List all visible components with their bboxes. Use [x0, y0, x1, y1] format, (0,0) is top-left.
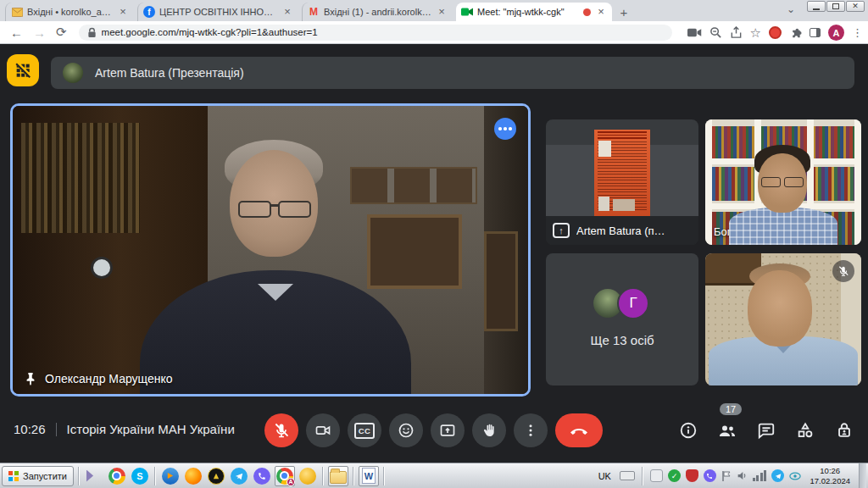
- viber-tray-icon[interactable]: [704, 469, 716, 482]
- chrome-canary-icon[interactable]: [298, 466, 318, 486]
- word-document-icon[interactable]: W: [359, 466, 379, 486]
- captions-button[interactable]: CC: [348, 413, 381, 447]
- more-vert-icon: [523, 423, 538, 438]
- browser-menu-icon[interactable]: ⋮: [852, 26, 863, 39]
- telegram-tray-icon[interactable]: [771, 469, 784, 482]
- more-options-button[interactable]: [514, 413, 548, 447]
- facebook-icon: f: [143, 6, 155, 18]
- raise-hand-button[interactable]: [472, 413, 506, 447]
- host-controls-button[interactable]: [834, 420, 854, 441]
- chat-button[interactable]: [756, 420, 776, 441]
- activities-icon: [796, 421, 815, 440]
- profile-avatar[interactable]: A: [828, 25, 844, 41]
- start-button[interactable]: Запустити: [2, 466, 74, 486]
- participant-tile-andrii[interactable]: Андрій Королько: [705, 253, 861, 385]
- volume-tray-icon[interactable]: [737, 470, 748, 481]
- participant-tile-bohdan[interactable]: Богдан Паска: [705, 119, 861, 245]
- forward-icon[interactable]: →: [33, 25, 46, 40]
- camera-permission-icon[interactable]: [687, 27, 702, 38]
- present-button[interactable]: [431, 413, 465, 447]
- reactions-button[interactable]: [389, 413, 423, 447]
- chat-icon: [757, 421, 776, 440]
- taskbar-separator: [353, 467, 354, 485]
- tab-google-meet[interactable]: Meet: "mjq-wtkk-cgk" ×: [456, 3, 612, 21]
- tab-ukrnet-mail[interactable]: Вхідні • korolko_andr@ukr.net ×: [5, 3, 134, 21]
- meeting-details-button[interactable]: [678, 420, 698, 441]
- tab-search-chevron-icon[interactable]: ⌄: [787, 3, 795, 15]
- zoom-page-icon[interactable]: [709, 26, 722, 39]
- telegram-icon[interactable]: [229, 466, 249, 486]
- participant-name: Олександр Марущенко: [45, 372, 173, 385]
- url-field[interactable]: meet.google.com/mjq-wtkk-cgk?pli=1&authu…: [79, 25, 672, 41]
- keyboard-layout-icon[interactable]: [620, 471, 635, 480]
- tile-options-icon[interactable]: [494, 118, 516, 140]
- minimize-button[interactable]: [807, 1, 826, 12]
- bookmark-star-icon[interactable]: ☆: [750, 25, 761, 41]
- tab-close-icon[interactable]: ×: [436, 6, 448, 18]
- aimp-icon[interactable]: [206, 466, 226, 486]
- host-controls-lock-icon: [835, 421, 854, 440]
- reload-icon[interactable]: ⟳: [56, 25, 67, 40]
- media-player-icon[interactable]: [160, 466, 181, 486]
- tab-facebook[interactable]: f ЦЕНТР ОСВІТНІХ ІННОВАЦІЙ | F ×: [137, 3, 298, 21]
- taskbar-separator: [154, 467, 156, 485]
- info-icon: [679, 421, 698, 440]
- presentation-paused-button[interactable]: [7, 54, 39, 86]
- url-text: meet.google.com/mjq-wtkk-cgk?pli=1&authu…: [102, 27, 318, 37]
- share-icon[interactable]: [730, 26, 743, 39]
- captions-icon: CC: [354, 423, 376, 439]
- meeting-info: 10:26 Історія України МАН України: [14, 422, 235, 436]
- tab-close-icon[interactable]: ×: [117, 6, 129, 18]
- taskbar-clock[interactable]: 10:26 17.02.2024: [806, 466, 854, 486]
- meet-app: Artem Batura (Презентація): [0, 44, 868, 463]
- back-icon[interactable]: ←: [10, 25, 23, 40]
- call-controls: CC: [264, 413, 603, 447]
- desktop-screen: Вхідні • korolko_andr@ukr.net × f ЦЕНТР …: [0, 0, 868, 488]
- maximize-button[interactable]: [826, 1, 845, 12]
- clipboard-tray-icon[interactable]: [650, 469, 663, 482]
- meeting-name: Історія України МАН України: [67, 422, 235, 436]
- participants-button[interactable]: [717, 420, 737, 441]
- activities-button[interactable]: [795, 420, 815, 441]
- file-explorer-icon[interactable]: [328, 466, 348, 486]
- tab-strip: Вхідні • korolko_andr@ukr.net × f ЦЕНТР …: [0, 0, 868, 21]
- flag-tray-icon[interactable]: [721, 470, 732, 482]
- network-tray-icon[interactable]: [753, 470, 767, 481]
- side-panel-icon[interactable]: [810, 28, 821, 37]
- windows-taskbar: Запустити S A: [0, 463, 868, 488]
- antivirus-tray-icon[interactable]: ✓: [668, 469, 681, 482]
- adguard-tray-icon[interactable]: [686, 469, 698, 482]
- more-participants-tile[interactable]: Г Ще 13 осіб: [546, 253, 698, 385]
- eye-tray-icon[interactable]: [789, 472, 801, 480]
- presentation-banner[interactable]: Artem Batura (Презентація): [51, 57, 854, 89]
- new-tab-button[interactable]: +: [615, 4, 632, 21]
- viber-icon[interactable]: [252, 466, 272, 486]
- leave-call-button[interactable]: [555, 413, 603, 447]
- meeting-time: 10:26: [14, 422, 46, 436]
- camera-toggle-button[interactable]: [306, 413, 340, 447]
- kmplayer-icon[interactable]: [84, 466, 104, 486]
- mic-toggle-button[interactable]: [264, 413, 298, 447]
- firefox-icon[interactable]: [183, 466, 203, 486]
- presentation-tile[interactable]: ↑ Artem Batura (п…: [546, 119, 698, 245]
- language-indicator[interactable]: UK: [595, 469, 615, 483]
- chrome-icon[interactable]: [107, 466, 127, 486]
- tab-gmail[interactable]: M Вхідні (1) - andrii.korolko@pnu ×: [302, 3, 453, 21]
- address-bar-actions: ☆ A ⋮: [687, 21, 863, 44]
- main-video-tile[interactable]: Олександр Марущенко: [10, 103, 531, 396]
- show-desktop-button[interactable]: [859, 463, 866, 488]
- participants-count-badge: 17: [720, 403, 742, 415]
- recording-indicator-icon: [583, 8, 591, 16]
- windows-logo-icon: [8, 471, 19, 481]
- taskbar-separator: [642, 467, 643, 485]
- close-window-button[interactable]: ✕: [846, 1, 865, 12]
- tab-close-icon[interactable]: ×: [595, 6, 607, 18]
- adblock-extension-icon[interactable]: [769, 26, 782, 39]
- tab-close-icon[interactable]: ×: [281, 6, 293, 18]
- extensions-puzzle-icon[interactable]: [789, 26, 802, 39]
- chrome-profile-window-icon[interactable]: A: [275, 466, 295, 486]
- skype-icon[interactable]: S: [130, 466, 150, 486]
- address-bar: ← → ⟳ meet.google.com/mjq-wtkk-cgk?pli=1…: [0, 21, 868, 44]
- more-participants-label: Ще 13 осіб: [546, 333, 698, 347]
- tab-title: ЦЕНТР ОСВІТНІХ ІННОВАЦІЙ | F: [159, 7, 277, 17]
